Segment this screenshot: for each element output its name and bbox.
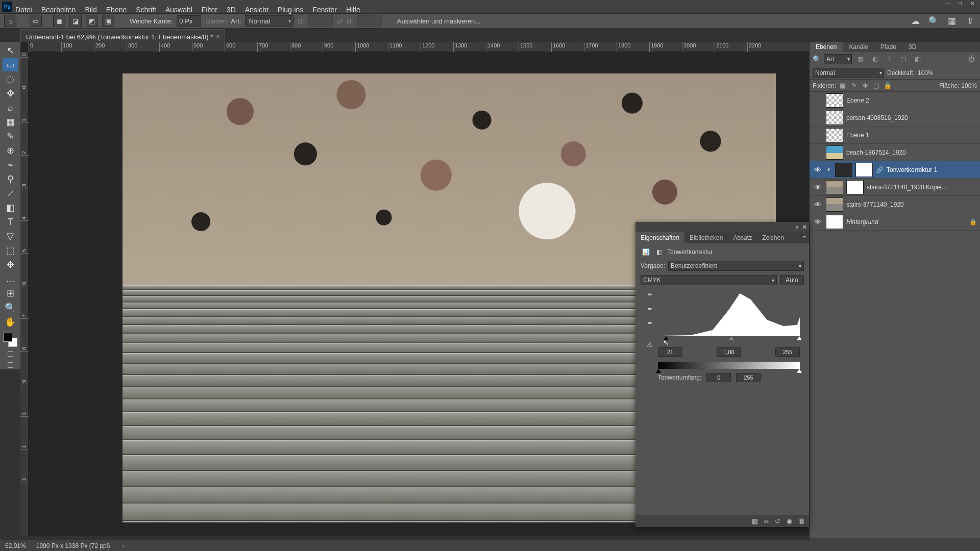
selection-subtract-icon[interactable]: ◩ (86, 15, 98, 27)
menu-schrift[interactable]: Schrift (136, 6, 156, 14)
layer-name[interactable]: Hintergrund (846, 218, 966, 226)
lock-transparency-icon[interactable]: ▦ (838, 81, 847, 90)
output-black-field[interactable] (706, 373, 731, 382)
menu-bild[interactable]: Bild (85, 6, 96, 14)
layer-visibility-icon[interactable]: 👁 (813, 201, 823, 209)
tool-8[interactable]: ⌁ (3, 158, 18, 171)
tool-4[interactable]: ⌕ (3, 101, 18, 114)
filter-toggle-icon[interactable]: ⏻ (966, 54, 977, 64)
output-white-field[interactable] (736, 373, 761, 382)
layer-thumbnail[interactable] (826, 180, 843, 194)
menu-ebene[interactable]: Ebene (106, 6, 127, 14)
layer-row[interactable]: beach-1867524_1920 (810, 144, 980, 161)
color-swatch[interactable] (3, 333, 17, 347)
preset-select[interactable]: Benutzerdefiniert (668, 261, 804, 271)
auto-button[interactable]: Auto (780, 275, 804, 285)
panel-collapse-icon[interactable]: « (795, 223, 799, 231)
prop-foot-icon-3[interactable]: ◉ (787, 517, 792, 525)
layer-row[interactable]: 👁stairs-3771140_1920 (810, 196, 980, 213)
layer-name[interactable]: Ebene 1 (846, 132, 977, 139)
quickmask-icon[interactable]: ▢ (3, 348, 18, 358)
layer-search-icon[interactable]: 🔍 (813, 55, 821, 63)
layer-name[interactable]: beach-1867524_1920 (846, 149, 977, 156)
prop-foot-icon-0[interactable]: ▦ (752, 517, 758, 525)
input-mid-slider[interactable] (729, 336, 734, 340)
layer-row[interactable]: 👁▾🔗Tonwertkorrektur 1 (810, 161, 980, 179)
prop-tab-absatz[interactable]: Absatz (728, 232, 757, 243)
output-white-slider[interactable] (797, 369, 802, 373)
layer-thumbnail[interactable] (826, 93, 843, 108)
filter-type-icon[interactable]: T (884, 54, 895, 64)
prop-tab-eigenschaften[interactable]: Eigenschaften (635, 232, 684, 243)
layer-row[interactable]: Ebene 2 (810, 92, 980, 109)
layer-thumbnail[interactable] (826, 145, 843, 160)
panel-tab-3d[interactable]: 3D (902, 42, 922, 52)
home-button[interactable]: ⌂ (4, 15, 16, 27)
layer-thumbnail[interactable] (826, 111, 843, 125)
output-black-slider[interactable] (656, 369, 661, 373)
marquee-tool-icon[interactable]: ▭ (30, 15, 42, 27)
panel-tab-ebenen[interactable]: Ebenen (810, 42, 843, 52)
selection-add-icon[interactable]: ◪ (69, 15, 82, 27)
tool-0[interactable]: ↖ (3, 44, 18, 57)
layer-row[interactable]: 👁stairs-3771140_1920 Kopie... (810, 179, 980, 196)
tool-19[interactable]: ✋ (3, 315, 18, 329)
layer-visibility-icon[interactable]: 👁 (813, 166, 823, 174)
levels-clip-icon[interactable]: ⚠ (645, 339, 655, 349)
workspace-icon[interactable]: ▦ (946, 15, 958, 27)
tool-6[interactable]: ✎ (3, 130, 18, 143)
window-close-button[interactable]: ✕ (969, 1, 976, 6)
levels-histogram[interactable]: ✒ ✒ ✒ ⚠ ↖ (645, 289, 800, 345)
channel-select[interactable]: CMYK (641, 275, 777, 285)
tool-5[interactable]: ▦ (3, 115, 18, 129)
tool-16[interactable]: … (3, 272, 18, 286)
layer-row[interactable]: 👁Hintergrund🔒 (810, 213, 980, 231)
lock-position-icon[interactable]: ✥ (861, 81, 870, 90)
filter-shape-icon[interactable]: ▢ (898, 54, 909, 64)
tool-7[interactable]: ⊕ (3, 144, 18, 157)
cloud-docs-icon[interactable]: ☁ (910, 15, 921, 27)
eyedropper-white-icon[interactable]: ✒ (645, 318, 655, 328)
tool-14[interactable]: ⬚ (3, 244, 18, 257)
ruler-horizontal[interactable]: 0100200300400500600700800900100011001200… (29, 42, 809, 52)
document-tab[interactable]: Unbenannt-1 bei 62,9% (Tonwertkorrektur … (20, 29, 225, 42)
zoom-level[interactable]: 62,91% (5, 542, 26, 549)
selection-new-icon[interactable]: ◼ (53, 15, 65, 27)
menu-fenster[interactable]: Fenster (312, 6, 336, 14)
layer-kind-select[interactable]: Art (824, 54, 852, 64)
lock-all-icon[interactable]: 🔒 (883, 81, 892, 90)
tool-15[interactable]: ✥ (3, 258, 18, 271)
select-and-mask-button[interactable]: Auswählen und maskieren... (397, 17, 480, 25)
tool-10[interactable]: ⟋ (3, 187, 18, 200)
input-mid-field[interactable] (717, 347, 741, 357)
menu-bearbeiten[interactable]: Bearbeiten (41, 6, 76, 14)
layer-row[interactable]: person-4008516_1920 (810, 109, 980, 127)
prop-foot-icon-4[interactable]: 🗑 (798, 517, 805, 525)
tool-11[interactable]: ◧ (3, 201, 18, 214)
layer-visibility-icon[interactable]: 👁 (813, 183, 823, 191)
prop-foot-icon-1[interactable]: ∞ (764, 517, 769, 525)
eyedropper-gray-icon[interactable]: ✒ (645, 304, 655, 314)
share-icon[interactable]: ⇪ (965, 15, 976, 27)
input-white-field[interactable] (775, 347, 800, 357)
layer-name[interactable]: stairs-3771140_1920 (846, 201, 977, 208)
tool-17[interactable]: ⊞ (3, 287, 18, 300)
filter-smart-icon[interactable]: ◧ (912, 54, 923, 64)
properties-menu-icon[interactable]: ≡ (799, 232, 809, 243)
tool-3[interactable]: ✥ (3, 87, 18, 100)
feather-input[interactable]: 0 Px (177, 15, 201, 27)
menu-filter[interactable]: Filter (202, 6, 217, 14)
panel-tab-kanäle[interactable]: Kanäle (843, 42, 874, 52)
menu-datei[interactable]: Datei (15, 6, 32, 14)
doc-info-menu-icon[interactable]: › (122, 542, 124, 549)
blend-mode-select[interactable]: Normal (813, 68, 884, 78)
layer-thumbnail[interactable] (826, 197, 843, 212)
output-gradient[interactable] (658, 362, 800, 369)
prop-tab-bibliotheken[interactable]: Bibliotheken (684, 232, 728, 243)
lock-artboard-icon[interactable]: ▢ (872, 81, 881, 90)
window-minimize-button[interactable]: — (944, 1, 951, 6)
panel-tab-pfade[interactable]: Pfade (874, 42, 902, 52)
prop-foot-icon-2[interactable]: ↺ (775, 517, 780, 525)
input-black-field[interactable] (658, 347, 682, 357)
tool-18[interactable]: 🔍 (3, 301, 18, 314)
